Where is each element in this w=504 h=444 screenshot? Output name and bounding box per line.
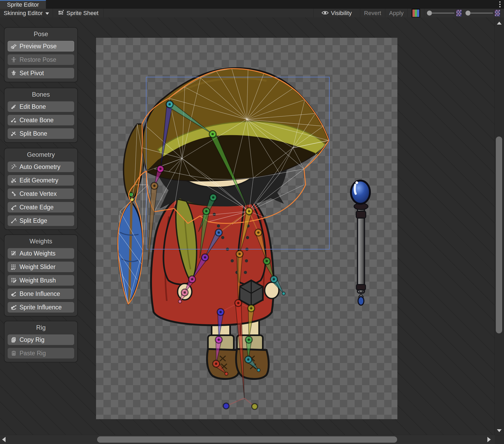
panel-weights: WeightsAuto WeightsWeight SliderWeight B… <box>4 234 78 317</box>
button-label: Auto Geometry <box>20 163 60 171</box>
split-bone-button[interactable]: Split Bone <box>8 128 74 139</box>
sprite-sheet-grid-icon <box>58 9 64 17</box>
copy-rig-icon <box>10 336 17 343</box>
panel-geometry: GeometryAuto GeometryEdit GeometryCreate… <box>4 148 78 230</box>
split-bone-icon <box>10 130 17 137</box>
preview-pose-button[interactable]: Preview Pose <box>8 41 74 51</box>
edit-geometry-button[interactable]: Edit Geometry <box>8 175 74 186</box>
horizontal-scrollbar[interactable] <box>0 435 504 444</box>
vertical-scroll-thumb[interactable] <box>496 136 502 333</box>
button-label: Create Bone <box>20 117 54 124</box>
create-vertex-icon <box>10 190 17 197</box>
tab-sprite-editor[interactable]: Sprite Editor <box>0 0 46 9</box>
panel-bones: BonesEdit BoneCreate BoneSplit Bone <box>4 88 78 143</box>
button-label: Paste Rig <box>20 350 46 357</box>
panel-title: Rig <box>8 324 74 331</box>
edit-bone-button[interactable]: Edit Bone <box>8 101 74 112</box>
create-bone-button[interactable]: Create Bone <box>8 115 74 125</box>
create-vertex-button[interactable]: Create Vertex <box>8 188 74 199</box>
paste-rig-button: Paste Rig <box>8 348 74 358</box>
auto-weights-icon <box>10 250 17 257</box>
button-label: Create Vertex <box>20 190 57 197</box>
vertical-scrollbar[interactable] <box>495 17 504 435</box>
panel-title: Weights <box>8 238 74 245</box>
panel-title: Pose <box>8 30 74 38</box>
create-bone-icon <box>10 117 17 124</box>
set-pivot-button[interactable]: Set Pivot <box>8 68 74 78</box>
sprite-editor-window: Sprite Editor Skinning Editor Sprite She… <box>0 0 504 444</box>
eye-icon <box>322 10 329 17</box>
button-label: Preview Pose <box>20 43 57 50</box>
weight-slider-icon <box>10 263 17 270</box>
weight-brush-icon <box>10 277 17 284</box>
rgb-swatch-icon[interactable] <box>412 9 420 18</box>
sprite-sheet-label: Sprite Sheet <box>66 10 98 17</box>
bone-influence-icon <box>10 290 17 297</box>
button-label: Weight Brush <box>20 277 56 284</box>
scroll-left-icon[interactable] <box>2 437 6 442</box>
visibility-button[interactable]: Visibility <box>313 9 360 17</box>
opacity-sliders <box>424 9 504 17</box>
weight-slider-button[interactable]: Weight Slider <box>8 262 74 272</box>
copy-rig-button[interactable]: Copy Rig <box>8 334 74 345</box>
button-label: Set Pivot <box>20 70 44 77</box>
toolbar-spacer <box>103 9 313 17</box>
mesh-opacity-checker-icon <box>495 10 500 17</box>
scroll-down-icon[interactable] <box>497 429 502 432</box>
preview-pose-icon <box>10 43 17 50</box>
paste-rig-icon <box>10 350 17 357</box>
toolbar: Skinning Editor Sprite Sheet Visibility <box>0 9 504 18</box>
panel-pose: PosePreview PoseRestore PoseSet Pivot <box>4 27 78 82</box>
slider-track[interactable] <box>431 13 454 13</box>
visibility-label: Visibility <box>331 10 352 17</box>
slider-track[interactable] <box>470 13 493 13</box>
bone-influence-button[interactable]: Bone Influence <box>8 289 74 299</box>
create-edge-button[interactable]: Create Edge <box>8 202 74 212</box>
skinning-editor-label: Skinning Editor <box>4 10 43 17</box>
edit-geometry-icon <box>10 177 17 184</box>
revert-button[interactable]: Revert <box>360 9 385 17</box>
panel-rig: RigCopy RigPaste Rig <box>4 321 78 362</box>
chevron-down-icon <box>45 12 49 15</box>
auto-geometry-button[interactable]: Auto Geometry <box>8 162 74 172</box>
tab-bar: Sprite Editor <box>0 0 504 9</box>
button-label: Weight Slider <box>20 263 55 271</box>
button-label: Edit Geometry <box>20 177 58 184</box>
scroll-up-icon[interactable] <box>497 22 502 25</box>
kebab-menu-icon[interactable] <box>499 1 501 7</box>
set-pivot-icon <box>10 70 17 77</box>
color-swatch-cell <box>408 9 424 17</box>
scrollbar-corner <box>495 435 504 444</box>
split-edge-icon <box>10 217 17 224</box>
sprite-influence-button[interactable]: Sprite Influence <box>8 302 74 313</box>
button-label: Sprite Influence <box>20 304 62 311</box>
restore-pose-button: Restore Pose <box>8 54 74 65</box>
mesh-opacity-slider[interactable] <box>465 11 493 16</box>
button-label: Split Bone <box>20 130 47 137</box>
edit-bone-icon <box>10 103 17 110</box>
weight-brush-button[interactable]: Weight Brush <box>8 275 74 286</box>
auto-weights-button[interactable]: Auto Weights <box>8 248 74 259</box>
bone-opacity-checker-icon <box>456 10 462 17</box>
button-label: Create Edge <box>20 204 54 211</box>
horizontal-scroll-thumb[interactable] <box>97 436 397 443</box>
sprite-sheet-button[interactable]: Sprite Sheet <box>53 9 103 17</box>
auto-geometry-icon <box>10 163 17 170</box>
scroll-right-icon[interactable] <box>487 437 491 442</box>
button-label: Bone Influence <box>20 290 60 297</box>
button-label: Copy Rig <box>20 336 45 343</box>
restore-pose-icon <box>10 56 17 63</box>
panel-title: Geometry <box>8 151 74 158</box>
tab-title: Sprite Editor <box>7 1 39 8</box>
sprite-influence-icon <box>10 304 17 311</box>
panel-title: Bones <box>8 91 74 98</box>
button-label: Edit Bone <box>20 103 46 110</box>
skinning-editor-dropdown[interactable]: Skinning Editor <box>0 9 53 17</box>
button-label: Restore Pose <box>20 56 56 63</box>
canvas-area: PosePreview PoseRestore PoseSet PivotBon… <box>0 17 504 435</box>
split-edge-button[interactable]: Split Edge <box>8 215 74 226</box>
bone-opacity-slider[interactable] <box>427 11 454 16</box>
button-label: Split Edge <box>20 217 47 224</box>
create-edge-icon <box>10 204 17 211</box>
apply-button[interactable]: Apply <box>385 9 407 17</box>
